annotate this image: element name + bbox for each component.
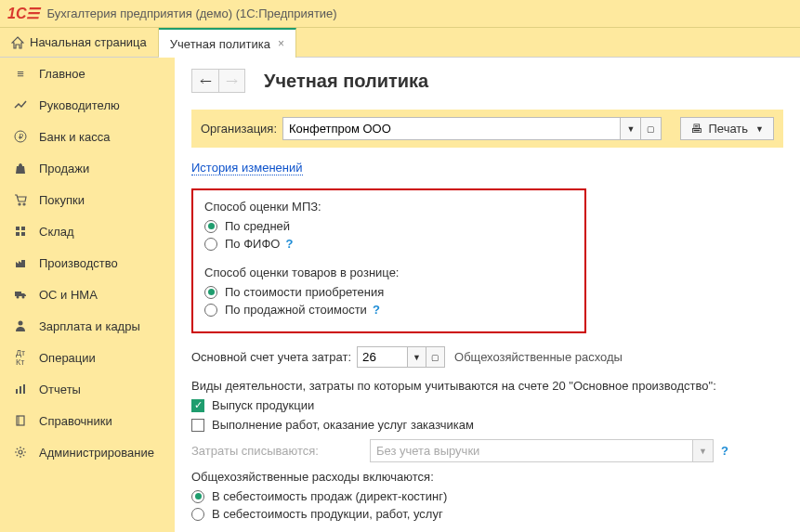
chevron-down-icon: ▼ xyxy=(755,124,764,134)
sidebar-item-admin[interactable]: Администрирование xyxy=(0,436,175,468)
sidebar-item-operations[interactable]: ДтКт Операции xyxy=(0,342,175,373)
svg-point-7 xyxy=(22,296,25,299)
app-title: Бухгалтерия предприятия (демо) (1С:Предп… xyxy=(46,6,336,20)
help-icon[interactable]: ? xyxy=(721,444,728,458)
acct-open-button[interactable]: ▢ xyxy=(426,346,445,368)
sidebar-item-sales[interactable]: Продажи xyxy=(0,152,175,184)
checkbox-production[interactable]: ✓ xyxy=(191,399,204,412)
sidebar-label: Банк и касса xyxy=(39,130,111,144)
acct-input[interactable] xyxy=(357,346,408,368)
tab-home-label: Начальная страница xyxy=(30,35,147,49)
sidebar-item-bank[interactable]: ₽ Банк и касса xyxy=(0,121,175,152)
retail-label: Способ оценки товаров в рознице: xyxy=(204,266,573,279)
org-dropdown-button[interactable]: ▼ xyxy=(621,117,641,140)
radio-label: По средней xyxy=(225,219,290,233)
radio-retail-sale[interactable] xyxy=(204,304,217,317)
bag-icon xyxy=(13,161,28,175)
highlighted-section: Способ оценки МПЗ: По средней По ФИФО ? … xyxy=(191,188,586,333)
acct-desc: Общехозяйственные расходы xyxy=(454,350,623,364)
help-icon[interactable]: ? xyxy=(373,303,380,317)
radio-label: По ФИФО xyxy=(225,237,280,251)
sidebar-label: Покупки xyxy=(39,193,85,207)
tab-bar: Начальная страница Учетная политика × xyxy=(0,28,800,58)
sidebar-label: Производство xyxy=(39,256,118,270)
sidebar-label: Операции xyxy=(39,351,96,365)
svg-rect-11 xyxy=(23,384,25,394)
app-header: 1C☰ Бухгалтерия предприятия (демо) (1С:П… xyxy=(0,0,800,28)
sidebar-label: Руководителю xyxy=(39,98,120,112)
chevron-down-icon: ▼ xyxy=(692,440,713,461)
menu-icon: ≡ xyxy=(13,66,28,81)
sidebar-label: ОС и НМА xyxy=(39,288,98,302)
nav-back-button[interactable]: 🡐 xyxy=(192,70,218,92)
print-label: Печать xyxy=(708,122,748,136)
writeoff-label: Затраты списываются: xyxy=(191,444,359,458)
checkbox-services[interactable] xyxy=(191,419,204,432)
sidebar-item-purchases[interactable]: Покупки xyxy=(0,184,175,215)
svg-rect-10 xyxy=(20,386,21,394)
boxes-icon xyxy=(13,224,28,239)
sidebar-label: Администрирование xyxy=(39,446,154,460)
printer-icon: 🖶 xyxy=(690,122,702,136)
nav-forward-button[interactable]: 🡒 xyxy=(218,70,244,92)
sidebar-item-manager[interactable]: Руководителю xyxy=(0,89,175,121)
acct-dropdown-button[interactable]: ▼ xyxy=(408,346,426,368)
overhead-label: Общехозяйственные расходы включаются: xyxy=(191,470,783,484)
radio-mpz-fifo[interactable] xyxy=(204,238,217,251)
print-button[interactable]: 🖶 Печать ▼ xyxy=(680,117,774,140)
org-label: Организация: xyxy=(201,122,277,136)
org-open-button[interactable]: ▢ xyxy=(641,117,662,140)
sidebar-item-assets[interactable]: ОС и НМА xyxy=(0,279,175,310)
nav-arrows: 🡐 🡒 xyxy=(191,69,245,93)
sidebar-item-catalogs[interactable]: Справочники xyxy=(0,405,175,436)
radio-retail-cost[interactable] xyxy=(204,286,217,299)
factory-icon xyxy=(13,255,28,270)
sidebar-label: Продажи xyxy=(39,162,89,175)
radio-label: По стоимости приобретения xyxy=(225,285,384,299)
checkbox-label: Выполнение работ, оказание услуг заказчи… xyxy=(212,418,474,432)
svg-text:₽: ₽ xyxy=(19,133,23,141)
gear-icon xyxy=(13,445,28,460)
radio-overhead-cost[interactable] xyxy=(191,508,204,521)
svg-point-8 xyxy=(19,321,23,326)
sidebar-item-main[interactable]: ≡ Главное xyxy=(0,58,175,89)
radio-label: В себестоимость продукции, работ, услуг xyxy=(212,507,443,521)
acct-label: Основной счет учета затрат: xyxy=(191,350,351,364)
writeoff-value xyxy=(371,440,692,461)
close-icon[interactable]: × xyxy=(278,37,284,50)
book-icon xyxy=(13,413,28,428)
sidebar-label: Справочники xyxy=(39,414,112,428)
svg-rect-12 xyxy=(17,416,24,425)
sidebar: ≡ Главное Руководителю ₽ Банк и касса Пр… xyxy=(0,58,175,532)
chart-icon xyxy=(13,97,28,112)
sidebar-item-production[interactable]: Производство xyxy=(0,247,175,279)
dtkt-icon: ДтКт xyxy=(13,350,28,365)
sidebar-item-salary[interactable]: Зарплата и кадры xyxy=(0,310,175,342)
radio-label: По продажной стоимости xyxy=(225,303,367,317)
svg-point-6 xyxy=(17,296,20,299)
tab-active-label: Учетная политика xyxy=(170,37,270,51)
radio-overhead-direct[interactable] xyxy=(191,490,204,503)
sidebar-label: Главное xyxy=(39,67,85,81)
page-title: Учетная политика xyxy=(264,71,428,92)
sidebar-label: Склад xyxy=(39,225,74,239)
svg-rect-3 xyxy=(21,227,25,230)
svg-point-14 xyxy=(19,450,22,454)
ruble-icon: ₽ xyxy=(13,129,28,144)
truck-icon xyxy=(13,287,28,302)
history-link[interactable]: История изменений xyxy=(191,161,303,175)
sidebar-item-reports[interactable]: Отчеты xyxy=(0,373,175,405)
mpz-label: Способ оценки МПЗ: xyxy=(204,200,573,214)
tab-home[interactable]: Начальная страница xyxy=(0,28,159,57)
radio-mpz-average[interactable] xyxy=(204,220,217,233)
help-icon[interactable]: ? xyxy=(285,237,293,251)
svg-rect-5 xyxy=(21,232,25,236)
bars-icon xyxy=(13,382,28,396)
org-input[interactable] xyxy=(282,117,621,140)
sidebar-label: Отчеты xyxy=(39,383,81,396)
sidebar-item-warehouse[interactable]: Склад xyxy=(0,215,175,247)
svg-rect-4 xyxy=(16,232,20,236)
home-icon xyxy=(11,36,24,49)
tab-accounting-policy[interactable]: Учетная политика × xyxy=(159,28,296,58)
checkbox-label: Выпуск продукции xyxy=(212,398,314,412)
